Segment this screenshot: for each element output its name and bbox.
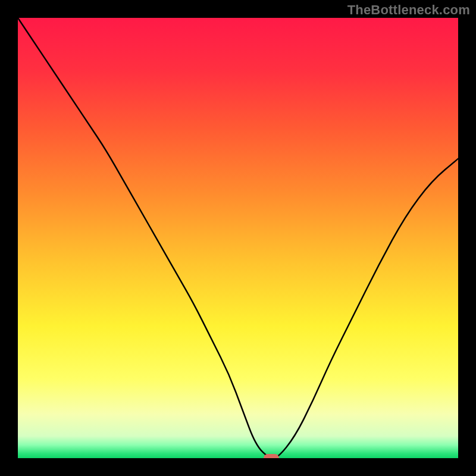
bottleneck-curve	[18, 18, 458, 458]
plot-area	[18, 18, 458, 458]
chart-frame: TheBottleneck.com	[0, 0, 476, 476]
curve-path	[18, 18, 458, 458]
watermark-text: TheBottleneck.com	[347, 2, 470, 18]
optimal-marker	[264, 454, 279, 458]
